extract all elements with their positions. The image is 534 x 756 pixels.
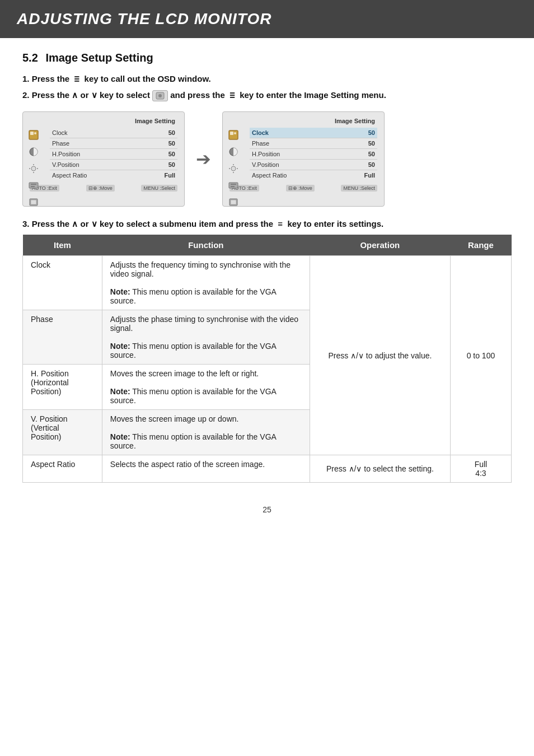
osd-icon-position xyxy=(27,179,40,192)
osd-row: Aspect Ratio Full xyxy=(250,170,377,180)
arrow-right-icon: ➔ xyxy=(196,148,211,170)
osd-right-title: Image Setting xyxy=(229,118,377,124)
osd-left-icons xyxy=(27,129,40,208)
item-cell: H. Position(HorizontalPosition) xyxy=(23,365,102,410)
osd-row: V.Position 50 xyxy=(250,160,377,170)
osd-row: Phase 50 xyxy=(250,138,377,149)
osd-row: Phase 50 xyxy=(50,138,177,149)
osd-right-bottom: AUTO :Exit ⊟⊕ :Move MENU :Select xyxy=(229,185,377,192)
header-banner: ADJUSTING THE LCD MONITOR xyxy=(0,0,534,38)
instruction-3: 3. Press the ∧ or ∨ key to select a subm… xyxy=(22,219,512,229)
osd-container: Image Setting xyxy=(22,111,512,207)
osd-icon-contrast-r xyxy=(227,146,240,158)
range-cell: Full4:3 xyxy=(450,455,511,483)
osd-row: H.Position 50 xyxy=(50,149,177,160)
svg-point-1 xyxy=(158,94,162,97)
function-cell: Selects the aspect ratio of the screen i… xyxy=(102,455,310,483)
osd-icon-aspect xyxy=(27,196,40,208)
item-cell: Clock xyxy=(23,256,102,310)
svg-rect-15 xyxy=(31,200,36,204)
osd-icon-image-r xyxy=(227,129,240,141)
osd-row-clock-highlighted: Clock 50 xyxy=(250,128,377,138)
section-title: 5.2 Image Setup Setting xyxy=(22,52,512,64)
table-row: Clock Adjusts the frequency timing to sy… xyxy=(23,256,512,310)
svg-rect-17 xyxy=(230,132,233,135)
svg-rect-25 xyxy=(229,183,238,188)
operation-cell: Press ∧/∨ to adjust the value. xyxy=(310,256,450,455)
item-cell: Aspect Ratio xyxy=(23,455,102,483)
operation-cell: Press ∧/∨ to select the setting. xyxy=(310,455,450,483)
range-cell: 0 to 100 xyxy=(450,256,511,455)
osd-icon-brightness xyxy=(27,162,40,175)
osd-left-title: Image Setting xyxy=(30,118,177,124)
page-number: 25 xyxy=(22,505,512,514)
osd-icon-contrast xyxy=(27,146,40,158)
osd-icon-image xyxy=(27,129,40,141)
col-header-range: Range xyxy=(450,235,511,256)
svg-point-18 xyxy=(234,132,236,134)
svg-point-6 xyxy=(31,166,36,171)
function-cell: Moves the screen image to the left or ri… xyxy=(102,365,310,410)
col-header-item: Item xyxy=(23,235,102,256)
settings-table: Item Function Operation Range Clock Adju… xyxy=(22,235,512,483)
osd-row: V.Position 50 xyxy=(50,160,177,170)
item-cell: Phase xyxy=(23,310,102,365)
osd-right-rows: Clock 50 Phase 50 H.Position 50 V.Positi… xyxy=(250,128,377,180)
osd-row: Aspect Ratio Full xyxy=(50,170,177,180)
osd-screen-right: Image Setting xyxy=(222,111,385,207)
svg-point-20 xyxy=(231,166,236,171)
function-cell: Moves the screen image up or down. Note:… xyxy=(102,410,310,455)
osd-row: Clock 50 xyxy=(50,128,177,138)
instruction-1: 1. Press the ≡ key to call out the OSD w… xyxy=(22,73,512,84)
osd-left-rows: Clock 50 Phase 50 H.Position 50 V.Positi… xyxy=(50,128,177,180)
osd-screen-left: Image Setting xyxy=(22,111,185,207)
item-cell: V. Position(VerticalPosition) xyxy=(23,410,102,455)
function-cell: Adjusts the frequency timing to synchron… xyxy=(102,256,310,310)
svg-rect-11 xyxy=(29,183,38,188)
osd-icon-aspect-r xyxy=(227,196,240,208)
svg-rect-3 xyxy=(30,132,34,135)
table-row: Aspect Ratio Selects the aspect ratio of… xyxy=(23,455,512,483)
osd-row: H.Position 50 xyxy=(250,149,377,160)
osd-left-bottom: AUTO :Exit ⊟⊕ :Move MENU :Select xyxy=(30,185,177,192)
osd-icon-position-r xyxy=(227,179,240,192)
instruction-2: 2. Press the ∧ or ∨ key to select and pr… xyxy=(22,90,512,101)
osd-right-icons xyxy=(227,129,240,208)
col-header-function: Function xyxy=(102,235,310,256)
function-cell: Adjusts the phase timing to synchronise … xyxy=(102,310,310,365)
col-header-operation: Operation xyxy=(310,235,450,256)
svg-rect-29 xyxy=(231,200,236,204)
osd-icon-brightness-r xyxy=(227,162,240,175)
svg-point-4 xyxy=(34,132,36,134)
